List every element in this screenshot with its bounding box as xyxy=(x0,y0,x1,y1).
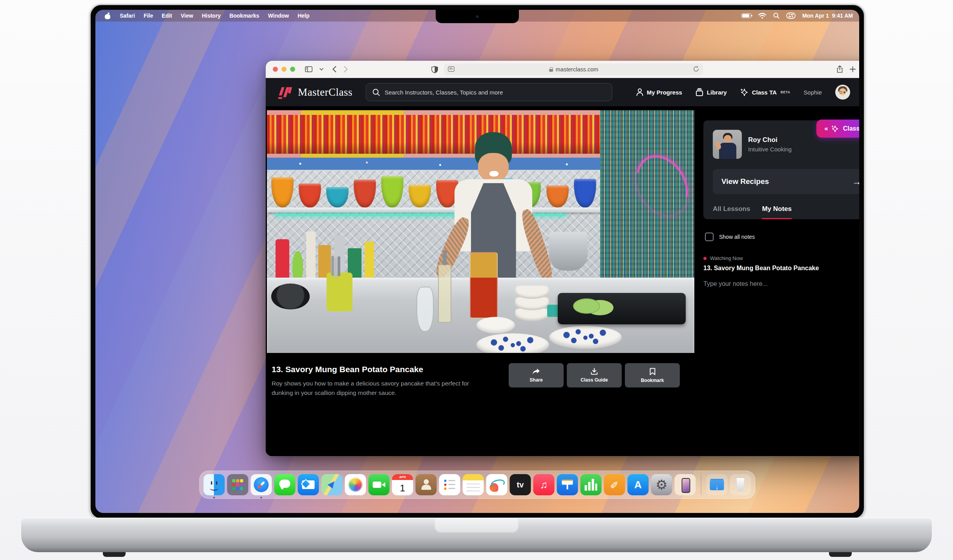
close-window-button[interactable] xyxy=(273,67,278,72)
banner-strip xyxy=(267,158,600,170)
bookmark-button-label: Bookmark xyxy=(641,378,664,383)
photos-icon[interactable] xyxy=(345,474,366,495)
calendar-icon[interactable] xyxy=(392,474,413,495)
masterclass-wordmark: MasterClass xyxy=(298,86,352,98)
url-text[interactable]: masterclass.com xyxy=(556,66,599,73)
contacts-icon[interactable] xyxy=(416,474,437,495)
sauce-bottle-shelf xyxy=(267,115,600,154)
downloads-icon[interactable] xyxy=(707,474,728,495)
person-icon xyxy=(636,88,643,96)
minimize-window-button[interactable] xyxy=(281,67,287,72)
control-center-icon[interactable] xyxy=(787,13,795,18)
bookmark-button[interactable]: Bookmark xyxy=(625,363,680,387)
zoom-window-button[interactable] xyxy=(290,67,295,72)
mixing-bowl xyxy=(549,232,588,271)
tab-my-notes[interactable]: My Notes xyxy=(762,205,792,213)
settings-icon[interactable] xyxy=(651,474,672,495)
share-button-label: Share xyxy=(529,377,542,383)
instructor-name: Roy Choi xyxy=(748,136,792,144)
macbook-screen: Safari File Edit View History Bookmarks … xyxy=(89,4,865,520)
reader-icon[interactable] xyxy=(448,66,455,73)
address-bar[interactable]: masterclass.com xyxy=(444,64,703,75)
new-tab-icon[interactable] xyxy=(850,66,856,72)
desktop-wallpaper: Safari File Edit View History Bookmarks … xyxy=(95,10,859,513)
display-notch xyxy=(436,10,519,23)
apple-menu-icon[interactable] xyxy=(105,13,111,19)
share-button[interactable]: Share xyxy=(509,363,564,387)
avatar[interactable] xyxy=(835,85,850,100)
messages-icon[interactable] xyxy=(274,474,296,495)
watching-now-dot xyxy=(703,257,707,260)
appstore-icon[interactable] xyxy=(628,474,649,495)
kitchen-counter xyxy=(267,278,694,353)
current-lesson-title: 13. Savory Mung Bean Potato Pancake xyxy=(703,265,859,272)
menu-help[interactable]: Help xyxy=(293,13,314,19)
show-all-notes-label: Show all notes xyxy=(719,234,755,240)
collapse-chevrons-icon: « xyxy=(824,125,827,133)
forward-button[interactable] xyxy=(344,66,348,73)
menu-safari[interactable]: Safari xyxy=(115,13,139,19)
iphone-icon[interactable] xyxy=(675,474,696,495)
nav-class-ta[interactable]: Class TA BETA xyxy=(740,88,791,96)
facetime-icon[interactable] xyxy=(369,474,390,495)
menu-time[interactable]: 9:41 AM xyxy=(832,13,853,19)
mail-icon[interactable] xyxy=(298,474,319,495)
freeform-icon[interactable] xyxy=(486,474,508,495)
menu-file[interactable]: File xyxy=(139,13,157,19)
class-ta-button-label: Class TA xyxy=(843,125,859,132)
pages-icon[interactable] xyxy=(604,474,625,495)
battery-icon[interactable] xyxy=(741,13,751,18)
menu-date[interactable]: Mon Apr 1 xyxy=(802,13,829,19)
sidebar-chevron-icon[interactable] xyxy=(319,68,323,71)
masterclass-logo[interactable]: MasterClass xyxy=(278,84,352,100)
reminders-icon[interactable] xyxy=(439,474,460,495)
notes-icon[interactable] xyxy=(463,474,484,495)
instructor-course: Intuitive Cooking xyxy=(748,146,792,153)
safari-icon[interactable] xyxy=(251,474,272,495)
view-recipes-button[interactable]: View Recipes → xyxy=(713,169,859,194)
tab-all-lessons[interactable]: All Lessons xyxy=(713,205,750,213)
bowl-shelf xyxy=(271,173,596,207)
reload-icon[interactable] xyxy=(693,66,699,73)
keynote-icon[interactable] xyxy=(557,474,578,495)
nav-my-progress-label: My Progress xyxy=(647,89,682,96)
trash-icon[interactable] xyxy=(730,474,751,495)
video-player[interactable]: PAPER HAT xyxy=(267,110,694,353)
nav-library[interactable]: Library xyxy=(696,88,727,96)
running-indicator xyxy=(214,497,215,498)
appletv-icon[interactable] xyxy=(510,474,531,495)
macbook-base xyxy=(21,518,932,552)
menu-history[interactable]: History xyxy=(197,13,225,19)
notes-input[interactable]: Type your notes here... xyxy=(703,280,859,287)
music-icon[interactable] xyxy=(533,474,555,495)
watching-now-label: Watching Now xyxy=(710,255,743,261)
menu-edit[interactable]: Edit xyxy=(157,13,176,19)
wifi-icon[interactable] xyxy=(758,13,766,19)
safari-toolbar: masterclass.com xyxy=(266,61,859,78)
menu-view[interactable]: View xyxy=(177,13,198,19)
show-all-notes-checkbox[interactable] xyxy=(705,233,714,241)
class-ta-button[interactable]: « Class TA xyxy=(816,120,859,138)
sidebar-icon[interactable] xyxy=(305,66,312,72)
dock xyxy=(199,471,756,499)
privacy-shield-icon[interactable] xyxy=(431,64,438,75)
search-input[interactable]: Search Instructors, Classes, Topics and … xyxy=(366,83,612,101)
nav-my-progress[interactable]: My Progress xyxy=(636,88,682,96)
menu-bookmarks[interactable]: Bookmarks xyxy=(225,13,263,19)
launchpad-icon[interactable] xyxy=(227,474,248,495)
class-guide-button[interactable]: Class Guide xyxy=(567,363,622,387)
back-button[interactable] xyxy=(332,66,336,73)
sparkle-icon xyxy=(831,125,839,133)
camera-dot xyxy=(476,15,479,18)
spotlight-search-icon[interactable] xyxy=(773,13,780,19)
running-indicator xyxy=(261,497,262,498)
maps-icon[interactable] xyxy=(321,474,343,495)
menu-window[interactable]: Window xyxy=(264,13,294,19)
bookmark-icon xyxy=(650,368,655,375)
kitchen-clutter xyxy=(267,222,429,280)
beta-badge: BETA xyxy=(781,90,791,94)
share-icon[interactable] xyxy=(837,65,843,73)
finder-icon[interactable] xyxy=(204,474,225,495)
numbers-icon[interactable] xyxy=(581,474,602,495)
search-icon xyxy=(372,89,380,96)
